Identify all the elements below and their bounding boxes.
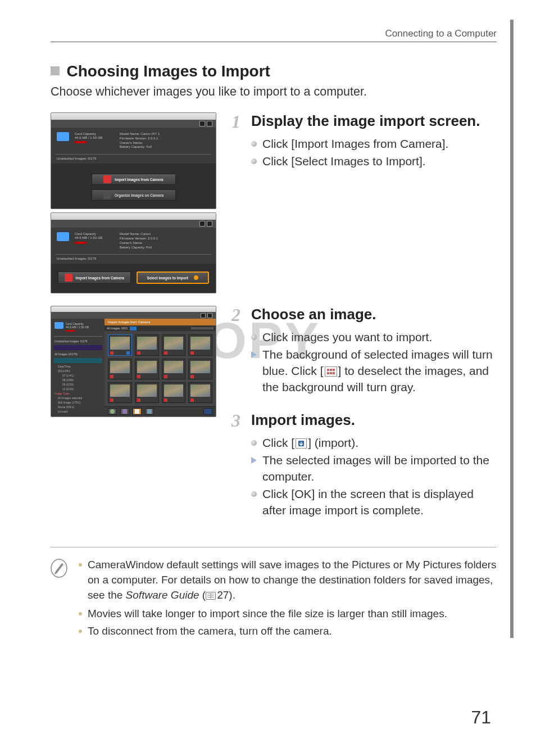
bullet-icon [251,440,257,446]
note-text: Movies will take longer to import since … [88,606,447,622]
note-bullet-icon [79,563,82,567]
svg-rect-3 [333,369,335,371]
notes-separator [51,547,497,547]
mock-window-2: Card Capacity 44.6 MB / 1.50 GB Unattach… [51,306,216,417]
camera-icon [57,232,69,241]
tree-item[interactable]: Movie (0/0/1) [53,405,102,409]
tool-label: All Images: 0/0/1 [107,327,128,330]
select-images-button[interactable]: Select Images to Import [137,271,210,284]
info-text: Unattached Images: 0/179 [51,156,216,164]
svg-rect-5 [330,372,332,374]
info-text: 44.6 MB / 1.50 GB [66,325,89,329]
svg-rect-2 [330,369,332,371]
organize-images-button[interactable]: Organize Images on Camera [92,189,176,201]
info-text: Card Capacity [75,232,114,236]
filter-chip[interactable] [53,358,102,363]
filter-chip[interactable] [53,345,102,350]
import-run-button[interactable] [203,408,212,415]
tool-button-active[interactable] [133,408,142,415]
bullet-icon [251,334,257,340]
note-bullet-icon [79,612,82,615]
tree-item[interactable]: All Images selected [53,396,102,400]
svg-rect-4 [327,372,329,374]
mock-window-1b: Card Capacity 44.6 MB / 1.50 GB Model Na… [51,212,216,293]
note-text: To disconnect from the camera, turn off … [88,624,332,639]
tree-header: Image Type [53,392,102,395]
info-text: Owner's Name: [120,241,210,246]
thumb-item[interactable] [135,334,159,355]
step-number: 2 [229,306,243,324]
thumb-item[interactable] [108,382,132,403]
page-number: 71 [471,707,491,728]
step-text: The selected images will be imported to … [262,452,497,485]
info-text: Model Name: Canon [120,232,210,237]
import-images-button-2[interactable]: Import Images from Camera [58,271,131,284]
arrow-icon [251,457,257,464]
bullet-icon [251,491,257,497]
tree-item[interactable]: 07 (1/41) [53,374,102,377]
tree-item[interactable]: 09 (0/26) [53,383,102,386]
tree-label: Date/Time [53,365,102,368]
thumb-item[interactable] [135,359,159,379]
info-text: 44.6 MB / 1.50 GB [75,236,114,240]
pencil-icon [51,559,67,641]
button-label: Import Images from Camera [76,276,124,280]
import-images-button[interactable]: Import Images from Camera [92,174,176,185]
tool-button[interactable] [145,408,154,415]
tree-item[interactable]: 08 (0/99) [53,378,102,382]
thumb-item[interactable] [108,334,132,355]
thumb-item[interactable] [162,382,186,403]
running-header: Connecting to a Computer [51,28,497,39]
step-text: Click [Select Images to Import]. [262,153,426,170]
info-text: Firmware Version: 2.0.0.1 [120,137,210,141]
svg-rect-6 [333,372,335,374]
import-icon [103,175,111,183]
import-square-icon [294,438,308,449]
right-margin-rule [510,20,514,638]
info-text: Unattached images: 0/179 [53,339,102,343]
tree-item[interactable]: 2011/09/1 [53,369,102,373]
bullet-icon [251,159,257,164]
camera-icon [57,132,69,141]
thumb-item[interactable] [188,382,212,403]
arrow-icon [251,351,257,358]
note-text: CameraWindow default settings will save … [88,558,497,604]
tree-item[interactable]: Unused [53,410,102,413]
thumb-item[interactable] [188,359,212,379]
tool-button[interactable] [120,408,129,415]
button-label: Import Images from Camera [115,178,163,182]
bullet-icon [251,141,257,147]
tree-item[interactable]: 13 (0/10) [53,387,102,391]
step-title: Choose an image. [251,306,376,324]
tool-button[interactable] [130,327,137,331]
manual-ref-icon [206,589,216,604]
thumb-item[interactable] [135,382,159,403]
header-rule [51,42,497,42]
step-3: 3 Import images. Click [] (import). The … [229,411,497,519]
info-text: Battery Capacity: Full [120,246,210,250]
deselect-grid-icon [324,366,338,377]
tool-button[interactable] [108,408,117,415]
step-2: 2 Choose an image. Click images you want… [229,306,497,396]
info-text: Firmware Version: 2.0.0.1 [120,237,210,241]
notes-block: CameraWindow default settings will save … [51,558,497,641]
step-text: The background of selected images will t… [262,347,497,396]
thumb-item[interactable] [188,334,212,355]
button-label: Organize Images on Camera [115,193,163,197]
section-title: Choosing Images to Import [66,62,270,80]
note-bullet-icon [79,630,82,633]
info-text: Model Name: Canon IXY 1 [120,132,210,137]
screenshot-group-1: Card Capacity 44.6 MB / 1.50 GB Model Na… [51,112,216,293]
step-text: Click images you want to import. [262,329,432,346]
step-title: Display the image import screen. [251,112,480,130]
info-text: Card Capacity [75,132,114,136]
thumb-item[interactable] [162,359,186,379]
info-text: Owner's Name: [120,141,210,146]
thumb-item[interactable] [108,359,132,379]
svg-rect-0 [325,367,337,377]
info-text: 44.6 MB / 1.50 GB [75,136,114,140]
button-label: Select Images to Import [147,276,188,280]
tree-item[interactable]: Still Image (179/1) [53,401,102,404]
step-text: Click [Import Images from Camera]. [262,136,448,152]
thumb-item[interactable] [162,334,186,355]
